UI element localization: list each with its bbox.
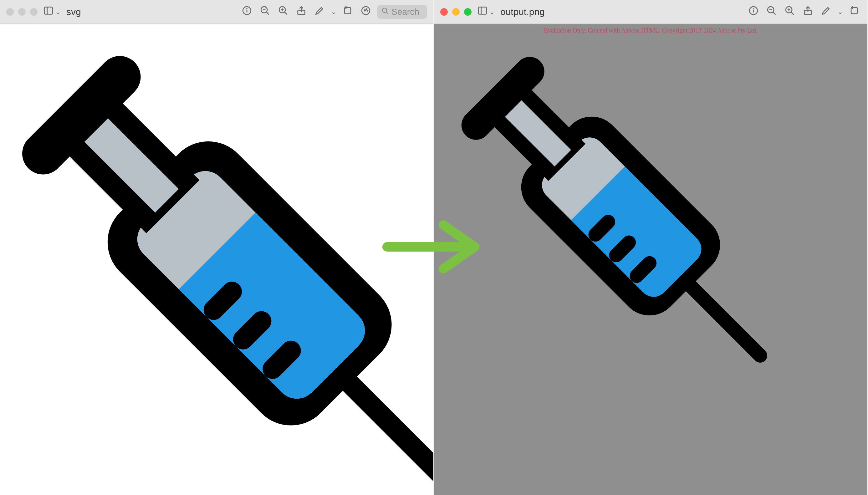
left-window: ⌄ svg ⌄ — [0, 0, 434, 495]
edit-button[interactable] — [819, 5, 833, 19]
share-icon — [296, 5, 307, 18]
edit-icon — [821, 5, 831, 18]
edit-button[interactable] — [312, 5, 326, 19]
chevron-down-icon[interactable]: ⌄ — [837, 8, 843, 16]
svg-rect-0 — [45, 7, 53, 14]
close-dot[interactable] — [6, 8, 14, 16]
edit-icon — [314, 5, 325, 18]
window-title: output.png — [500, 6, 545, 17]
left-canvas[interactable] — [0, 24, 433, 495]
window-controls — [6, 8, 37, 16]
markup-button[interactable] — [359, 5, 373, 19]
syringe-image-left — [0, 24, 433, 495]
rotate-button[interactable] — [847, 5, 861, 19]
app-root: ⌄ svg ⌄ — [0, 0, 868, 495]
rotate-icon — [342, 5, 353, 18]
zoom-in-icon — [278, 5, 289, 18]
right-window: ⌄ output.png ⌄ Evalu — [434, 0, 868, 495]
chevron-down-icon: ⌄ — [55, 8, 61, 16]
zoom-dot[interactable] — [464, 8, 472, 16]
rotate-button[interactable] — [341, 5, 355, 19]
search-field[interactable]: Search — [377, 5, 427, 19]
zoom-out-button[interactable] — [258, 5, 272, 19]
rotate-icon — [849, 5, 860, 18]
share-button[interactable] — [294, 5, 308, 19]
markup-icon — [360, 5, 371, 18]
svg-line-16 — [386, 12, 388, 14]
svg-point-30 — [753, 9, 753, 9]
svg-rect-26 — [478, 7, 487, 14]
zoom-in-icon — [784, 5, 795, 18]
zoom-out-icon — [260, 5, 270, 18]
sidebar-icon — [477, 5, 488, 18]
svg-point-4 — [246, 9, 247, 9]
window-title: svg — [66, 6, 81, 17]
info-button[interactable] — [240, 5, 254, 19]
zoom-in-button[interactable] — [783, 5, 797, 19]
zoom-in-button[interactable] — [276, 5, 290, 19]
window-controls — [440, 8, 472, 16]
share-button[interactable] — [801, 5, 815, 19]
syringe-image-right — [437, 33, 787, 384]
svg-line-35 — [791, 12, 794, 15]
right-toolbar: ⌄ output.png ⌄ — [434, 0, 867, 24]
zoom-out-button[interactable] — [765, 5, 779, 19]
sidebar-toggle-button[interactable]: ⌄ — [45, 5, 59, 19]
search-placeholder: Search — [391, 7, 419, 17]
left-toolbar: ⌄ svg ⌄ — [0, 0, 433, 24]
zoom-dot[interactable] — [30, 8, 37, 16]
svg-line-9 — [285, 12, 287, 15]
svg-point-15 — [382, 8, 387, 13]
minimize-dot[interactable] — [18, 8, 25, 16]
right-canvas[interactable]: Evaluation Only. Created with Aspose.HTM… — [434, 24, 867, 495]
share-icon — [803, 5, 813, 18]
svg-line-32 — [773, 12, 776, 15]
minimize-dot[interactable] — [452, 8, 460, 16]
info-button[interactable] — [747, 5, 760, 19]
chevron-down-icon: ⌄ — [489, 8, 495, 16]
chevron-down-icon[interactable]: ⌄ — [331, 8, 336, 16]
svg-line-6 — [266, 12, 269, 15]
search-icon — [381, 7, 389, 17]
sidebar-toggle-button[interactable]: ⌄ — [479, 5, 493, 19]
info-icon — [241, 5, 252, 18]
svg-rect-40 — [678, 273, 770, 366]
info-icon — [748, 5, 759, 18]
close-dot[interactable] — [440, 8, 448, 16]
sidebar-icon — [43, 5, 54, 18]
zoom-out-icon — [766, 5, 777, 18]
